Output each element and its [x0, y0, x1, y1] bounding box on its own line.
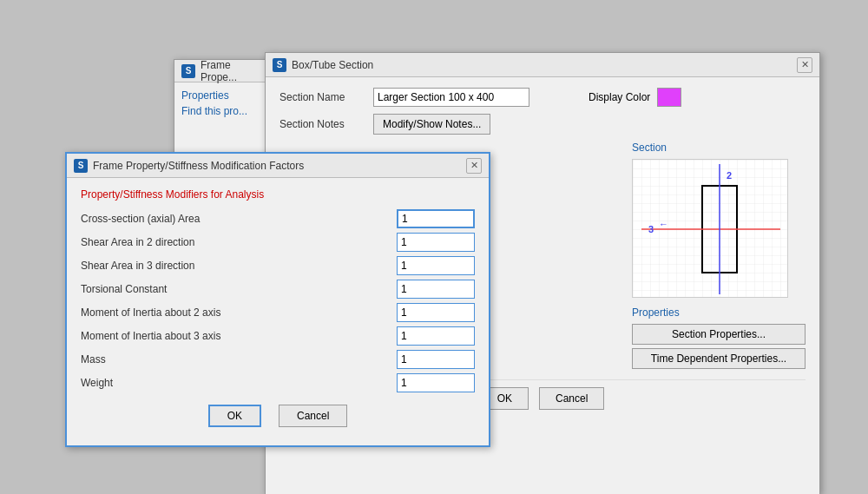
fpsmf-footer: OK Cancel — [81, 405, 475, 427]
box-tube-close-button[interactable]: ✕ — [797, 57, 812, 73]
box-tube-cancel-button[interactable]: Cancel — [539, 387, 604, 410]
frame-property-bg-title: Frame Prope... — [201, 59, 270, 83]
fpsmf-close-button[interactable]: ✕ — [466, 158, 482, 174]
section-name-label: Section Name — [279, 91, 366, 103]
fpsmf-input-6[interactable] — [397, 350, 475, 369]
fpsmf-label-7: Weight — [81, 377, 397, 389]
fpsmf-titlebar: S Frame Property/Stiffness Modification … — [67, 154, 489, 178]
fpsmf-row-2: Shear Area in 3 direction — [81, 256, 475, 275]
fpsmf-cancel-button[interactable]: Cancel — [279, 405, 347, 427]
fpsmf-row-1: Shear Area in 2 direction — [81, 233, 475, 252]
fpsmf-row-0: Cross-section (axial) Area — [81, 209, 475, 228]
fpsmf-row-7: Weight — [81, 373, 475, 392]
fpsmf-label-4: Moment of Inertia about 2 axis — [81, 306, 397, 319]
fpsmf-row-3: Torsional Constant — [81, 280, 475, 299]
fpsmf-label-5: Moment of Inertia about 3 axis — [81, 330, 397, 342]
fpsmf-label-0: Cross-section (axial) Area — [81, 213, 397, 225]
modify-notes-button[interactable]: Modify/Show Notes... — [373, 114, 490, 135]
fpsmf-input-2[interactable] — [397, 256, 475, 275]
s-logo-bt: S — [273, 58, 286, 72]
section-properties-button[interactable]: Section Properties... — [632, 324, 806, 345]
find-prop-link[interactable]: Find this pro... — [181, 105, 270, 117]
fpsmf-title: Frame Property/Stiffness Modification Fa… — [93, 160, 304, 172]
properties-group-label: Properties — [632, 306, 806, 319]
section-svg: 2 3 ← — [633, 160, 788, 298]
frame-property-bg-titlebar: S Frame Prope... — [174, 60, 277, 82]
s-logo-bg: S — [181, 64, 195, 78]
section-diagram: 2 3 ← — [632, 159, 788, 298]
fpsmf-label-1: Shear Area in 2 direction — [81, 236, 397, 248]
properties-link[interactable]: Properties — [181, 89, 270, 102]
fpsmf-input-3[interactable] — [397, 280, 475, 299]
fpsmf-input-7[interactable] — [397, 373, 475, 392]
fpsmf-row-6: Mass — [81, 350, 475, 369]
box-tube-titlebar: S Box/Tube Section ✕ — [266, 53, 819, 77]
fpsmf-ok-button[interactable]: OK — [208, 405, 261, 427]
fpsmf-label-6: Mass — [81, 353, 397, 366]
time-dependent-button[interactable]: Time Dependent Properties... — [632, 348, 806, 369]
svg-text:2: 2 — [727, 170, 732, 181]
fpsmf-row-5: Moment of Inertia about 3 axis — [81, 326, 475, 346]
properties-group: Properties Section Properties... Time De… — [632, 306, 806, 369]
s-logo-fpsmf: S — [74, 159, 88, 173]
section-name-input[interactable] — [373, 88, 529, 107]
fpsmf-section-label: Property/Stiffness Modifiers for Analysi… — [81, 188, 475, 201]
fpsmf-input-5[interactable] — [397, 326, 475, 346]
box-tube-title: Box/Tube Section — [292, 59, 373, 71]
section-notes-label: Section Notes — [279, 118, 366, 130]
fpsmf-label-2: Shear Area in 3 direction — [81, 260, 397, 272]
section-group-label: Section — [632, 142, 806, 154]
fpsmf-dialog: S Frame Property/Stiffness Modification … — [65, 152, 490, 447]
fpsmf-row-4: Moment of Inertia about 2 axis — [81, 303, 475, 322]
display-color-swatch[interactable] — [657, 88, 681, 107]
fpsmf-input-4[interactable] — [397, 303, 475, 322]
fpsmf-input-1[interactable] — [397, 233, 475, 252]
display-color-label: Display Color — [589, 91, 650, 103]
fpsmf-label-3: Torsional Constant — [81, 283, 397, 295]
svg-text:3: 3 — [648, 224, 654, 234]
fpsmf-input-0[interactable] — [397, 209, 475, 228]
svg-text:←: ← — [659, 219, 668, 229]
